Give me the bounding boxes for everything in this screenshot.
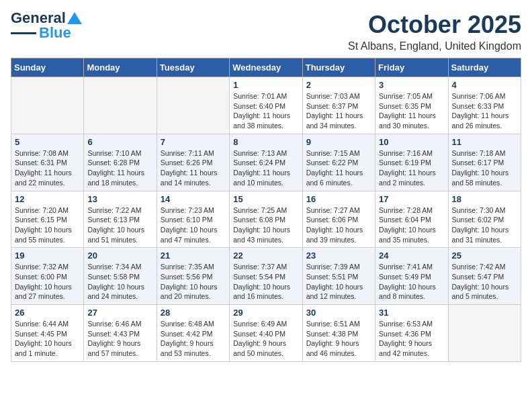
day-number: 23 [306, 250, 371, 261]
day-info: Sunrise: 7:37 AM Sunset: 5:54 PM Dayligh… [233, 262, 298, 302]
day-header-sunday: Sunday [11, 58, 84, 77]
logo: General Blue [11, 11, 82, 40]
calendar-week-row: 1Sunrise: 7:01 AM Sunset: 6:40 PM Daylig… [11, 77, 521, 134]
day-number: 19 [15, 250, 80, 261]
day-header-friday: Friday [375, 58, 448, 77]
day-info: Sunrise: 6:46 AM Sunset: 4:43 PM Dayligh… [87, 319, 152, 359]
calendar-cell: 7Sunrise: 7:11 AM Sunset: 6:26 PM Daylig… [157, 134, 229, 191]
calendar-cell: 21Sunrise: 7:35 AM Sunset: 5:56 PM Dayli… [157, 248, 229, 305]
calendar-cell: 6Sunrise: 7:10 AM Sunset: 6:28 PM Daylig… [84, 134, 157, 191]
location-title: St Albans, England, United Kingdom [348, 40, 521, 52]
day-info: Sunrise: 7:20 AM Sunset: 6:15 PM Dayligh… [15, 205, 80, 245]
day-info: Sunrise: 6:51 AM Sunset: 4:38 PM Dayligh… [306, 319, 371, 359]
day-number: 6 [87, 137, 152, 147]
day-number: 10 [379, 137, 444, 147]
day-number: 28 [161, 308, 226, 318]
calendar-cell: 1Sunrise: 7:01 AM Sunset: 6:40 PM Daylig… [230, 77, 302, 134]
calendar-cell: 23Sunrise: 7:39 AM Sunset: 5:51 PM Dayli… [302, 248, 375, 305]
calendar-cell: 26Sunrise: 6:44 AM Sunset: 4:45 PM Dayli… [11, 305, 84, 362]
day-info: Sunrise: 7:01 AM Sunset: 6:40 PM Dayligh… [233, 91, 298, 131]
day-info: Sunrise: 7:25 AM Sunset: 6:08 PM Dayligh… [233, 205, 298, 245]
title-block: October 2025 St Albans, England, United … [348, 11, 521, 52]
day-number: 22 [233, 250, 298, 261]
calendar-cell [448, 305, 521, 362]
day-number: 24 [379, 250, 444, 261]
calendar-cell: 24Sunrise: 7:41 AM Sunset: 5:49 PM Dayli… [375, 248, 448, 305]
day-info: Sunrise: 7:15 AM Sunset: 6:22 PM Dayligh… [306, 148, 371, 188]
day-info: Sunrise: 7:27 AM Sunset: 6:06 PM Dayligh… [306, 205, 371, 245]
calendar-cell: 8Sunrise: 7:13 AM Sunset: 6:24 PM Daylig… [230, 134, 302, 191]
logo-general: General [11, 11, 66, 26]
svg-marker-0 [67, 12, 82, 24]
calendar-week-row: 12Sunrise: 7:20 AM Sunset: 6:15 PM Dayli… [11, 191, 521, 248]
calendar-cell: 10Sunrise: 7:16 AM Sunset: 6:19 PM Dayli… [375, 134, 448, 191]
day-header-tuesday: Tuesday [157, 58, 229, 77]
calendar-cell: 16Sunrise: 7:27 AM Sunset: 6:06 PM Dayli… [302, 191, 375, 248]
day-info: Sunrise: 7:23 AM Sunset: 6:10 PM Dayligh… [161, 205, 226, 245]
day-header-wednesday: Wednesday [230, 58, 302, 77]
calendar-cell: 13Sunrise: 7:22 AM Sunset: 6:13 PM Dayli… [84, 191, 157, 248]
day-info: Sunrise: 7:35 AM Sunset: 5:56 PM Dayligh… [161, 262, 226, 302]
calendar-cell: 15Sunrise: 7:25 AM Sunset: 6:08 PM Dayli… [230, 191, 302, 248]
day-number: 1 [233, 80, 298, 90]
day-number: 16 [306, 194, 371, 204]
calendar-cell: 3Sunrise: 7:05 AM Sunset: 6:35 PM Daylig… [375, 77, 448, 134]
day-number: 15 [233, 194, 298, 204]
day-number: 31 [379, 308, 444, 318]
day-info: Sunrise: 7:11 AM Sunset: 6:26 PM Dayligh… [161, 148, 226, 188]
calendar-week-row: 19Sunrise: 7:32 AM Sunset: 6:00 PM Dayli… [11, 248, 521, 305]
calendar-cell [157, 77, 229, 134]
day-number: 30 [306, 308, 371, 318]
day-header-thursday: Thursday [302, 58, 375, 77]
calendar: SundayMondayTuesdayWednesdayThursdayFrid… [11, 58, 521, 362]
day-number: 20 [87, 250, 152, 261]
calendar-cell: 19Sunrise: 7:32 AM Sunset: 6:00 PM Dayli… [11, 248, 84, 305]
day-number: 9 [306, 137, 371, 147]
calendar-cell: 9Sunrise: 7:15 AM Sunset: 6:22 PM Daylig… [302, 134, 375, 191]
day-info: Sunrise: 7:41 AM Sunset: 5:49 PM Dayligh… [379, 262, 444, 302]
day-info: Sunrise: 6:49 AM Sunset: 4:40 PM Dayligh… [233, 319, 298, 359]
day-info: Sunrise: 7:08 AM Sunset: 6:31 PM Dayligh… [15, 148, 80, 188]
day-info: Sunrise: 7:10 AM Sunset: 6:28 PM Dayligh… [87, 148, 152, 188]
day-number: 14 [161, 194, 226, 204]
day-info: Sunrise: 7:34 AM Sunset: 5:58 PM Dayligh… [87, 262, 152, 302]
logo-line [11, 32, 36, 34]
calendar-week-row: 26Sunrise: 6:44 AM Sunset: 4:45 PM Dayli… [11, 305, 521, 362]
day-number: 26 [15, 308, 80, 318]
calendar-header-row: SundayMondayTuesdayWednesdayThursdayFrid… [11, 58, 521, 77]
calendar-cell: 2Sunrise: 7:03 AM Sunset: 6:37 PM Daylig… [302, 77, 375, 134]
calendar-cell: 29Sunrise: 6:49 AM Sunset: 4:40 PM Dayli… [230, 305, 302, 362]
calendar-cell: 12Sunrise: 7:20 AM Sunset: 6:15 PM Dayli… [11, 191, 84, 248]
day-number: 29 [233, 308, 298, 318]
day-info: Sunrise: 7:06 AM Sunset: 6:33 PM Dayligh… [452, 91, 517, 131]
calendar-cell: 28Sunrise: 6:48 AM Sunset: 4:42 PM Dayli… [157, 305, 229, 362]
calendar-cell: 17Sunrise: 7:28 AM Sunset: 6:04 PM Dayli… [375, 191, 448, 248]
day-info: Sunrise: 7:39 AM Sunset: 5:51 PM Dayligh… [306, 262, 371, 302]
month-title: October 2025 [348, 11, 521, 39]
logo-icon [67, 12, 82, 24]
day-info: Sunrise: 7:42 AM Sunset: 5:47 PM Dayligh… [452, 262, 517, 302]
calendar-week-row: 5Sunrise: 7:08 AM Sunset: 6:31 PM Daylig… [11, 134, 521, 191]
day-number: 3 [379, 80, 444, 90]
day-number: 5 [15, 137, 80, 147]
day-number: 25 [452, 250, 517, 261]
page-header: General Blue October 2025 St Albans, Eng… [11, 11, 521, 52]
calendar-cell: 31Sunrise: 6:53 AM Sunset: 4:36 PM Dayli… [375, 305, 448, 362]
day-number: 11 [452, 137, 517, 147]
logo-blue: Blue [39, 26, 71, 40]
day-info: Sunrise: 7:22 AM Sunset: 6:13 PM Dayligh… [87, 205, 152, 245]
day-number: 8 [233, 137, 298, 147]
calendar-cell: 5Sunrise: 7:08 AM Sunset: 6:31 PM Daylig… [11, 134, 84, 191]
day-number: 13 [87, 194, 152, 204]
day-info: Sunrise: 6:44 AM Sunset: 4:45 PM Dayligh… [15, 319, 80, 359]
day-info: Sunrise: 7:18 AM Sunset: 6:17 PM Dayligh… [452, 148, 517, 188]
day-number: 4 [452, 80, 517, 90]
calendar-cell: 20Sunrise: 7:34 AM Sunset: 5:58 PM Dayli… [84, 248, 157, 305]
calendar-cell: 14Sunrise: 7:23 AM Sunset: 6:10 PM Dayli… [157, 191, 229, 248]
calendar-cell: 22Sunrise: 7:37 AM Sunset: 5:54 PM Dayli… [230, 248, 302, 305]
day-info: Sunrise: 7:30 AM Sunset: 6:02 PM Dayligh… [452, 205, 517, 245]
calendar-cell: 18Sunrise: 7:30 AM Sunset: 6:02 PM Dayli… [448, 191, 521, 248]
calendar-cell: 25Sunrise: 7:42 AM Sunset: 5:47 PM Dayli… [448, 248, 521, 305]
day-number: 27 [87, 308, 152, 318]
calendar-cell [11, 77, 84, 134]
